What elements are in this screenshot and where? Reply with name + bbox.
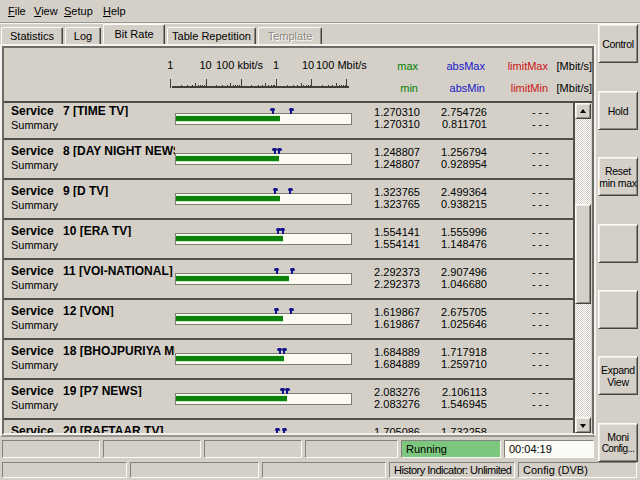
service-row-18[interactable]: Service18 [BHOJPURIYA MUSIC]Summary1.684… [4, 340, 573, 380]
column-header-Mbits: [Mbit/s] [557, 60, 592, 73]
ruler-minor-tick [287, 85, 288, 88]
service-summary: Summary [11, 359, 58, 371]
status-panel-empty [2, 462, 127, 478]
side-button-reset-min-max[interactable]: Resetmin max [598, 157, 638, 196]
side-button-label: Control [599, 38, 637, 50]
abs-marker-stem [279, 350, 281, 354]
status-config: Config (DVB) [518, 462, 637, 478]
abs-marker-stem [290, 310, 292, 314]
tab-bit-rate[interactable]: Bit Rate [103, 24, 165, 45]
ruler-minor-tick [293, 85, 294, 88]
abs-marker-stem [276, 430, 278, 433]
service-row-7[interactable]: Service7 [TIME TV]Summary1.2703102.75472… [4, 103, 573, 140]
ruler-minor-tick [322, 85, 323, 88]
abs-marker-stem [272, 110, 274, 114]
service-row-10[interactable]: Service10 [ERA TV]Summary1.5541411.55599… [4, 220, 573, 260]
status-panel-empty [103, 440, 201, 458]
side-button-expand-view[interactable]: ExpandView [598, 356, 638, 395]
ruler-minor-tick [341, 85, 342, 88]
ruler-minor-tick [187, 85, 188, 88]
side-button-blank-2[interactable] [598, 290, 638, 329]
ruler-minor-tick [328, 85, 329, 88]
bitrate-bar [176, 155, 279, 162]
ruler-decade-tick [170, 79, 171, 88]
scrollbar-down-button[interactable] [575, 417, 591, 433]
service-rows: Service7 [TIME TV]Summary1.2703102.75472… [4, 103, 573, 433]
tab-label: Log [66, 28, 100, 44]
vertical-scrollbar[interactable] [575, 103, 591, 433]
service-number-name: 10 [ERA TV] [63, 225, 175, 237]
side-button-control[interactable]: Control [598, 24, 638, 63]
service-row-9[interactable]: Service9 [D TV]Summary1.3237652.499364- … [4, 180, 573, 220]
abs-marker-stem [278, 150, 280, 154]
ruler-minor-tick [216, 85, 217, 88]
service-summary: Summary [11, 399, 58, 411]
bitrate-bar-track [175, 113, 352, 125]
service-label: Service [11, 425, 54, 433]
tab-label: Bit Rate [104, 25, 164, 44]
service-number-name: 8 [DAY NIGHT NEWS] [63, 145, 175, 157]
ruler-decade-tick [241, 79, 242, 88]
service-row-20[interactable]: Service20 [RAFTAAR TV]Summary1.7050861.7… [4, 420, 573, 433]
ruler-minor-tick [297, 85, 298, 88]
abs-marker-stem [283, 350, 285, 354]
status-history-indicator: History Indicator: Unlimited [389, 462, 515, 478]
side-button-label: Moni [599, 431, 637, 443]
tab-template[interactable]: Template [258, 27, 322, 45]
side-button-label: Hold [599, 105, 637, 117]
application-window: FileViewSetupHelp StatisticsLogBit RateT… [0, 0, 640, 480]
bitrate-bar [176, 315, 283, 322]
side-button-hold[interactable]: Hold [598, 91, 638, 130]
bitrate-bar-track [175, 273, 352, 285]
status-panel-empty [130, 462, 259, 478]
value-limitMin: - - - [469, 158, 549, 170]
abs-marker-stem [290, 110, 292, 114]
abs-marker-stem [276, 270, 278, 274]
ruler-minor-tick [233, 85, 234, 88]
service-row-11[interactable]: Service11 [VOI-NATIONAL]Summary2.2923732… [4, 260, 573, 300]
abs-marker-stem [286, 390, 288, 394]
status-panel-empty [2, 440, 100, 458]
abs-marker-stem [289, 190, 291, 194]
service-label: Service [11, 345, 54, 357]
ruler-minor-tick [200, 85, 201, 88]
scrollbar-up-button[interactable] [575, 103, 591, 119]
value-limitMin: - - - [469, 198, 549, 210]
ruler-minor-tick [195, 83, 196, 88]
service-label: Service [11, 305, 54, 317]
side-button-moni-config[interactable]: MoniConfig... [598, 423, 638, 462]
column-header-limitMin: limitMin [511, 82, 548, 95]
bitrate-bar [176, 395, 287, 402]
ruler-minor-tick [303, 85, 304, 88]
column-header-absMin: absMin [450, 82, 485, 95]
value-limitMax: - - - [469, 346, 549, 358]
value-limitMin: - - - [469, 358, 549, 370]
tab-table-repetition[interactable]: Table Repetition [167, 27, 256, 45]
abs-marker-stem [282, 390, 284, 394]
status-panel-empty [305, 440, 398, 458]
tab-label: Table Repetition [168, 28, 255, 44]
service-number-name: 20 [RAFTAAR TV] [63, 425, 175, 433]
side-button-blank-1[interactable] [598, 224, 638, 263]
tab-statistics[interactable]: Statistics [1, 27, 63, 45]
service-row-12[interactable]: Service12 [VON]Summary1.6198672.675705- … [4, 300, 573, 340]
axis-unit-label: 10 [302, 59, 314, 72]
value-limitMax: - - - [469, 426, 549, 433]
tab-log[interactable]: Log [65, 27, 101, 45]
service-summary: Summary [11, 159, 58, 171]
column-header-absMax: absMax [446, 60, 485, 73]
ruler-decade-tick [276, 79, 277, 88]
value-limitMin: - - - [469, 238, 549, 250]
service-row-19[interactable]: Service19 [P7 NEWS]Summary2.0832762.1061… [4, 380, 573, 420]
column-header-limitMax: limitMax [508, 60, 548, 73]
abs-marker-stem [282, 230, 284, 234]
value-limitMax: - - - [469, 186, 549, 198]
value-limitMax: - - - [469, 386, 549, 398]
ruler-decade-tick [206, 79, 207, 88]
column-header-Mbits: [Mbit/s] [557, 82, 592, 95]
abs-marker-stem [291, 270, 293, 274]
service-number-name: 12 [VON] [63, 305, 175, 317]
scrollbar-thumb[interactable] [575, 204, 591, 304]
service-row-8[interactable]: Service8 [DAY NIGHT NEWS]Summary1.248807… [4, 140, 573, 180]
status-panel-empty [262, 462, 386, 478]
